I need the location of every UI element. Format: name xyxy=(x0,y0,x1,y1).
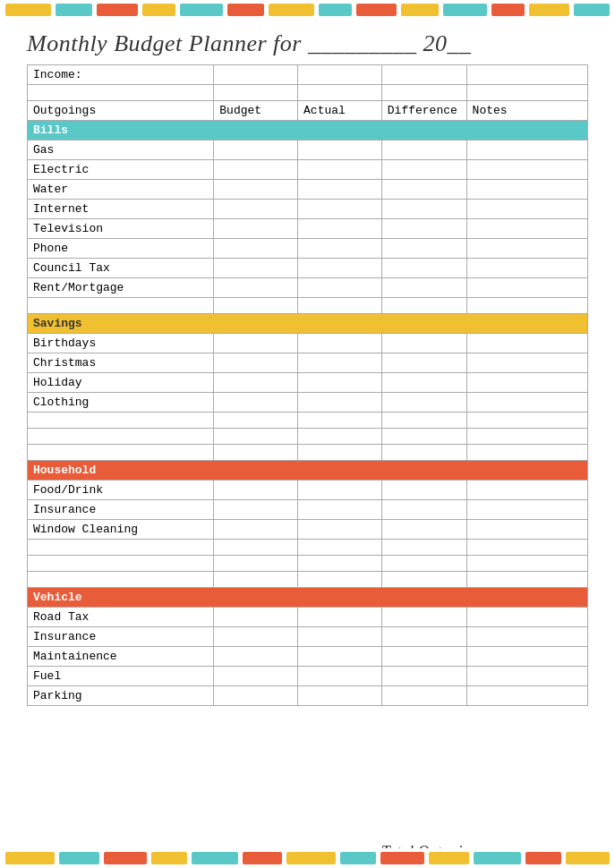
income-actual xyxy=(298,65,382,85)
list-item: Parking xyxy=(28,686,588,706)
item-clothing: Clothing xyxy=(28,393,214,413)
col-actual: Actual xyxy=(298,101,382,121)
top-block-10 xyxy=(401,4,438,16)
item-food-drink: Food/Drink xyxy=(28,481,214,500)
list-item: Clothing xyxy=(28,393,588,413)
spacer-row-6 xyxy=(28,540,588,556)
col-outgoings: Outgoings xyxy=(28,101,214,121)
item-christmas: Christmas xyxy=(28,353,214,373)
bot-block-13 xyxy=(566,852,610,864)
bot-block-11 xyxy=(474,852,521,864)
top-block-14 xyxy=(574,4,610,16)
item-phone: Phone xyxy=(28,239,214,259)
spacer-row-1 xyxy=(28,85,588,101)
household-section-header: Household xyxy=(28,461,588,481)
income-budget xyxy=(214,65,298,85)
column-header-row: Outgoings Budget Actual Difference Notes xyxy=(28,101,588,121)
list-item: Gas xyxy=(28,140,588,160)
item-insurance: Insurance xyxy=(28,500,214,520)
top-block-3 xyxy=(97,4,137,16)
vehicle-section-header: Vehicle xyxy=(28,588,588,608)
household-label: Household xyxy=(28,461,588,481)
spacer-row-4 xyxy=(28,429,588,445)
bot-block-8 xyxy=(340,852,376,864)
item-parking: Parking xyxy=(28,686,214,706)
savings-section-header: Savings xyxy=(28,314,588,334)
bot-block-10 xyxy=(429,852,468,864)
top-block-5 xyxy=(180,4,223,16)
top-block-11 xyxy=(443,4,487,16)
list-item: Electric xyxy=(28,160,588,180)
bills-section-header: Bills xyxy=(28,121,588,140)
spacer-row-3 xyxy=(28,413,588,429)
list-item: Council Tax xyxy=(28,259,588,278)
list-item: Phone xyxy=(28,239,588,259)
bottom-border xyxy=(0,848,615,868)
top-block-7 xyxy=(269,4,314,16)
list-item: Rent/Mortgage xyxy=(28,278,588,298)
bot-block-9 xyxy=(380,852,424,864)
item-electric: Electric xyxy=(28,160,214,180)
list-item: Birthdays xyxy=(28,334,588,353)
col-difference: Difference xyxy=(381,101,466,121)
item-birthdays: Birthdays xyxy=(28,334,214,353)
col-budget: Budget xyxy=(214,101,298,121)
bot-block-4 xyxy=(151,852,187,864)
item-window-cleaning: Window Cleaning xyxy=(28,520,214,540)
top-block-12 xyxy=(491,4,525,16)
income-label: Income: xyxy=(28,65,214,85)
item-holiday: Holiday xyxy=(28,373,214,393)
item-gas: Gas xyxy=(28,140,214,160)
spacer-row-7 xyxy=(28,556,588,572)
bot-block-12 xyxy=(525,852,561,864)
list-item: Water xyxy=(28,180,588,200)
item-internet: Internet xyxy=(28,200,214,219)
income-diff xyxy=(381,65,466,85)
list-item: Christmas xyxy=(28,353,588,373)
income-row: Income: xyxy=(28,65,588,85)
list-item: Fuel xyxy=(28,667,588,686)
item-television: Television xyxy=(28,219,214,239)
item-council-tax: Council Tax xyxy=(28,259,214,278)
list-item: Window Cleaning xyxy=(28,520,588,540)
bot-block-6 xyxy=(243,852,282,864)
spacer-row-5 xyxy=(28,445,588,461)
list-item: Television xyxy=(28,219,588,239)
top-block-6 xyxy=(227,4,264,16)
vehicle-label: Vehicle xyxy=(28,588,588,608)
spacer-row-8 xyxy=(28,572,588,588)
list-item: Road Tax xyxy=(28,608,588,627)
spacer-row-2 xyxy=(28,298,588,314)
top-block-1 xyxy=(5,4,51,16)
item-fuel: Fuel xyxy=(28,667,214,686)
list-item: Internet xyxy=(28,200,588,219)
top-block-8 xyxy=(319,4,352,16)
item-road-tax: Road Tax xyxy=(28,608,214,627)
bot-block-2 xyxy=(59,852,98,864)
col-notes: Notes xyxy=(466,101,587,121)
savings-label: Savings xyxy=(28,314,588,334)
income-notes xyxy=(466,65,587,85)
budget-table: Income: Outgoings Budget Actual Differen… xyxy=(27,64,588,706)
list-item: Maintainence xyxy=(28,647,588,667)
item-insurance-v: Insurance xyxy=(28,627,214,647)
bot-block-3 xyxy=(104,852,148,864)
page-title: Monthly Budget Planner for _________ 20_… xyxy=(0,20,615,64)
top-block-9 xyxy=(356,4,397,16)
item-water: Water xyxy=(28,180,214,200)
list-item: Food/Drink xyxy=(28,481,588,500)
item-maintainence: Maintainence xyxy=(28,647,214,667)
top-border xyxy=(0,0,615,20)
bot-block-7 xyxy=(286,852,336,864)
top-block-4 xyxy=(142,4,175,16)
title-text: Monthly Budget Planner for _________ 20_… xyxy=(27,30,471,56)
bot-block-5 xyxy=(192,852,238,864)
bot-block-1 xyxy=(5,852,55,864)
list-item: Holiday xyxy=(28,373,588,393)
bills-label: Bills xyxy=(28,121,588,140)
page-wrapper: Monthly Budget Planner for _________ 20_… xyxy=(0,0,615,868)
top-block-13 xyxy=(529,4,569,16)
content-area: Income: Outgoings Budget Actual Differen… xyxy=(0,64,615,838)
item-rent-mortgage: Rent/Mortgage xyxy=(28,278,214,298)
list-item: Insurance xyxy=(28,627,588,647)
